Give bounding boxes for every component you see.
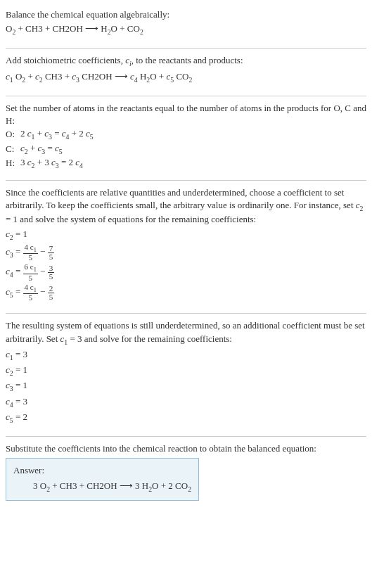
- frac: 4 c15: [23, 283, 38, 302]
- s: 1: [34, 267, 37, 274]
- label-H: H:: [6, 156, 20, 170]
- label-O: O:: [6, 127, 20, 141]
- divider: [6, 180, 366, 181]
- eq-c3: c3 = 4 c15 − 75: [6, 243, 366, 262]
- divider: [6, 436, 366, 437]
- v: = 3: [13, 396, 27, 407]
- t: = 3 and solve for the remaining coeffici…: [68, 333, 232, 344]
- section-parametric: Since the coefficients are relative quan…: [6, 184, 366, 310]
- d: 5: [48, 293, 55, 301]
- eq-O: 2 c1 + c3 = c4 + 2 c5: [20, 127, 99, 141]
- t: CH2OH ⟶: [79, 71, 130, 82]
- d: 5: [48, 253, 55, 261]
- stoich-text: Add stoichiometric coefficients, ci, to …: [6, 54, 366, 68]
- t: =: [52, 128, 62, 139]
- s: 1: [34, 287, 37, 293]
- coef-c2: c2 = 1: [6, 364, 366, 378]
- section-stoich: Add stoichiometric coefficients, ci, to …: [6, 51, 366, 92]
- s: 5: [90, 133, 94, 141]
- atoms-text: Set the number of atoms in the reactants…: [6, 102, 366, 127]
- t: Since the coefficients are relative quan…: [6, 187, 356, 210]
- t: =: [13, 286, 23, 297]
- t: H: [138, 71, 147, 82]
- t: +: [28, 143, 38, 153]
- eq-text: O + CO: [111, 23, 140, 34]
- t: +: [34, 128, 44, 139]
- answer-label: Answer:: [13, 464, 191, 477]
- coef-c3: c3 = 1: [6, 379, 366, 393]
- v: = 1: [13, 364, 27, 375]
- row-C: C: c2 + c3 = c5: [6, 142, 99, 156]
- d: 5: [23, 294, 38, 302]
- section-intro: Balance the chemical equation algebraica…: [6, 6, 366, 45]
- section-answer: Substitute the coefficients into the che…: [6, 440, 366, 508]
- d: 5: [48, 273, 55, 281]
- t: +: [25, 71, 35, 82]
- s: 5: [59, 147, 63, 155]
- eq-text: + CH3 + CH2OH ⟶ H: [15, 23, 107, 34]
- section-final-coeffs: The resulting system of equations is sti…: [6, 317, 366, 433]
- answer-box: Answer: 3 O2 + CH3 + CH2OH ⟶ 3 H2O + 2 C…: [6, 458, 199, 500]
- v: = 2: [13, 411, 27, 422]
- t: −: [38, 246, 48, 257]
- s: 2: [188, 485, 191, 493]
- eq-H: 3 c2 + 3 c3 = 2 c4: [20, 156, 99, 170]
- t: + 3: [34, 157, 51, 167]
- n: 2: [48, 285, 55, 293]
- sub-2: 2: [140, 28, 143, 36]
- answer-text: Substitute the coefficients into the che…: [6, 442, 366, 455]
- t: + CH3 + CH2OH ⟶ 3 H: [50, 480, 148, 491]
- coef-c5: c5 = 2: [6, 411, 366, 425]
- text: , to the reactants and products:: [132, 55, 243, 65]
- sub: 2: [188, 75, 192, 83]
- divider: [6, 96, 366, 96]
- section-atoms: Set the number of atoms in the reactants…: [6, 99, 366, 177]
- coef-c4: c4 = 3: [6, 395, 366, 409]
- divider: [6, 48, 366, 49]
- d: 5: [23, 274, 38, 282]
- t: −: [38, 286, 48, 297]
- text: Add stoichiometric coefficients,: [6, 55, 125, 65]
- coef-c1: c1 = 3: [6, 348, 366, 362]
- intro-line1: Balance the chemical equation algebraica…: [6, 8, 366, 21]
- row-O: O: 2 c1 + c3 = c4 + 2 c5: [6, 127, 99, 141]
- s: 1: [34, 247, 37, 253]
- t: −: [38, 267, 48, 277]
- frac: 25: [48, 285, 55, 301]
- n: 6 c: [25, 262, 34, 271]
- intro-equation: O2 + CH3 + CH2OH ⟶ H2O + CO2: [6, 23, 366, 37]
- stoich-equation: c1 O2 + c2 CH3 + c3 CH2OH ⟶ c4 H2O + c5 …: [6, 70, 366, 84]
- n: 4 c: [25, 283, 34, 291]
- frac: 4 c15: [23, 243, 38, 262]
- balanced-equation: 3 O2 + CH3 + CH2OH ⟶ 3 H2O + 2 CO2: [13, 480, 191, 494]
- para-text: Since the coefficients are relative quan…: [6, 186, 366, 226]
- s: 2: [360, 205, 364, 212]
- v: = 3: [13, 349, 27, 359]
- eq-text: O: [6, 23, 12, 34]
- n: 7: [48, 245, 55, 253]
- t: CH3 +: [43, 71, 72, 82]
- row-H: H: 3 c2 + 3 c3 = 2 c4: [6, 156, 99, 170]
- t: O: [13, 71, 23, 82]
- t: 2: [20, 128, 27, 139]
- n: 4 c: [25, 243, 34, 251]
- t: 3: [20, 157, 27, 167]
- s: 4: [79, 161, 83, 169]
- t: O + 2 CO: [152, 480, 188, 491]
- eq-c2: c2 = 1: [6, 228, 366, 242]
- frac: 6 c15: [23, 263, 38, 282]
- v: = 1: [13, 380, 27, 390]
- t: 3 O: [33, 480, 46, 491]
- t: = 1 and solve the system of equations fo…: [6, 214, 256, 224]
- t: + 2: [69, 128, 86, 139]
- label-C: C:: [6, 142, 20, 156]
- t: =: [13, 246, 23, 257]
- eq-c4: c4 = 6 c15 − 35: [6, 263, 366, 282]
- atom-equations: O: 2 c1 + c3 = c4 + 2 c5 C: c2 + c3 = c5…: [6, 127, 99, 170]
- t: =: [13, 267, 23, 277]
- divider: [6, 313, 366, 314]
- t: O +: [150, 71, 166, 82]
- d: 5: [23, 254, 38, 262]
- t: = 2: [59, 157, 76, 167]
- frac: 35: [48, 264, 55, 281]
